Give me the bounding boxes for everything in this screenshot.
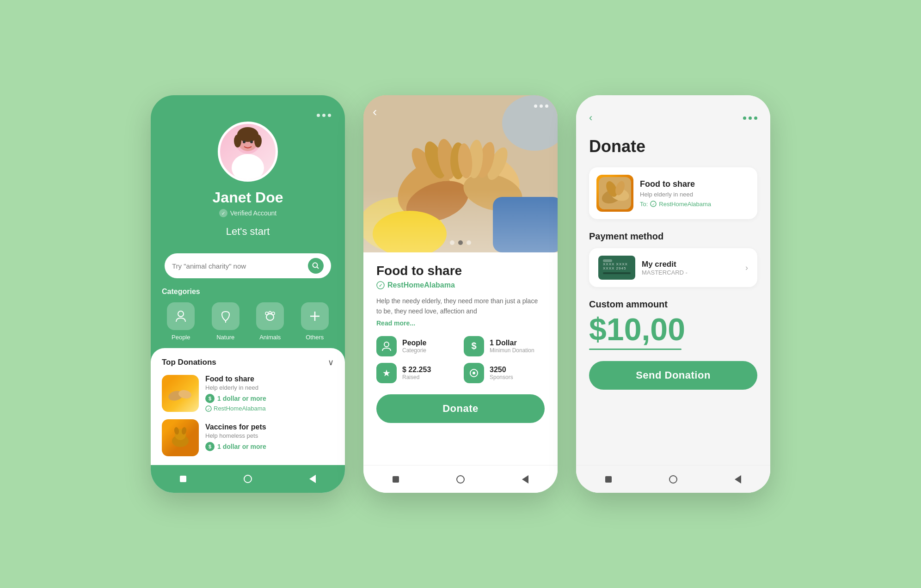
p2-image-section: ‹: [363, 95, 558, 252]
payment-type: MASTERCARD -: [642, 269, 739, 276]
p3-donation-info: Food to share Help elderly in need To: ✓…: [640, 179, 750, 208]
chevron-down-icon[interactable]: ∨: [328, 357, 334, 368]
p2-dots-menu[interactable]: [534, 104, 548, 108]
category-animals[interactable]: Animals: [251, 302, 289, 341]
stat-raised-value: $ 22.253: [402, 366, 431, 374]
p3-page-title: Donate: [589, 137, 757, 156]
amount-display[interactable]: $10,00: [589, 313, 757, 345]
p2-slide-dots: [450, 240, 471, 245]
category-nature-label: Nature: [216, 334, 234, 341]
p2-nav-circle-btn[interactable]: [455, 474, 466, 484]
to-icon-1: ✓: [205, 405, 212, 412]
svg-point-45: [384, 342, 389, 347]
p3-content: ‹ Donate: [576, 95, 770, 493]
nav-back-btn[interactable]: [307, 474, 318, 484]
slide-dot-2[interactable]: [458, 240, 463, 245]
stat-sponsors: 3250 Sponsors: [464, 363, 545, 383]
p3-dot-2: [749, 116, 752, 120]
p3-nav-home-icon: [605, 476, 612, 483]
top-donations-title: Top Donations: [162, 358, 216, 367]
svg-point-15: [269, 312, 271, 314]
svg-line-9: [317, 267, 319, 269]
nav-back-icon: [309, 475, 316, 483]
p3-donation-img: [596, 175, 633, 212]
animals-icon: [264, 310, 276, 323]
read-more-link[interactable]: Read more...: [376, 319, 545, 327]
p3-nav-circle-btn[interactable]: [668, 474, 678, 484]
p1-nav-bar: [151, 465, 345, 493]
dot-c: [545, 104, 548, 108]
categories-section: Categories People: [151, 288, 345, 348]
stat-category: People Categorie: [376, 336, 457, 356]
p3-nav-circle-icon: [669, 475, 677, 484]
p1-dots-row: [165, 114, 331, 117]
donation-img-1: [162, 375, 199, 412]
p3-donation-card: Food to share Help elderly in need To: ✓…: [589, 167, 757, 219]
p3-verified-icon: ✓: [650, 201, 657, 207]
stat-donation-label: Minimun Donation: [490, 347, 534, 354]
stat-people-icon: [376, 336, 397, 356]
stat-donation-value: 1 Dollar: [490, 339, 534, 347]
sponsors-icon: [469, 368, 479, 378]
p3-header-row: ‹: [589, 112, 757, 124]
phone-1: Janet Doe ✓ Verified Account Let's start…: [151, 95, 345, 493]
search-input[interactable]: [172, 262, 303, 270]
donation-info-1: Food to share Help elderly in need $ 1 d…: [205, 375, 334, 412]
stat-donation-text: 1 Dollar Minimun Donation: [490, 339, 534, 354]
p2-nav-back-btn[interactable]: [520, 474, 530, 484]
chevron-right-icon[interactable]: ›: [745, 263, 748, 273]
category-others-icon: [301, 302, 329, 330]
p3-donation-title: Food to share: [640, 179, 750, 189]
donate-button[interactable]: Donate: [376, 394, 545, 423]
p3-nav-home-btn[interactable]: [603, 474, 614, 484]
categories-title: Categories: [162, 288, 334, 296]
dot-b: [540, 104, 543, 108]
search-input-wrap[interactable]: [165, 253, 331, 278]
donation-amount-2: $ 1 dollar or more: [205, 442, 334, 451]
verified-label: Verified Account: [230, 209, 276, 217]
p3-donation-subtitle: Help elderly in need: [640, 191, 750, 198]
category-animals-icon: [256, 302, 284, 330]
categories-grid: People Nature: [162, 302, 334, 341]
stat-sponsors-label: Sponsors: [490, 374, 513, 380]
donation-dog-img: [162, 419, 199, 456]
donation-card-1[interactable]: Food to share Help elderly in need $ 1 d…: [162, 375, 334, 412]
dot-3: [328, 114, 331, 117]
verified-icon: ✓: [219, 209, 227, 217]
cc-stripe: [603, 272, 631, 274]
dot-2: [322, 114, 325, 117]
amount-text-2: 1 dollar or more: [217, 443, 266, 450]
category-nature[interactable]: Nature: [207, 302, 245, 341]
p3-nav-back-icon: [735, 475, 741, 484]
p3-nav-back-btn[interactable]: [733, 474, 743, 484]
nav-circle-btn[interactable]: [243, 474, 253, 484]
category-others[interactable]: Others: [296, 302, 334, 341]
donation-card-2[interactable]: Vaccines for pets Help homeless pets $ 1…: [162, 419, 334, 456]
slide-dot-1[interactable]: [450, 240, 454, 245]
svg-point-6: [243, 141, 246, 143]
payment-method-card[interactable]: XXXX XXXX XXXX 2945 My credit MASTERCARD…: [589, 248, 757, 287]
payment-info: My credit MASTERCARD -: [642, 260, 739, 276]
stat-category-text: People Categorie: [402, 339, 426, 354]
p2-back-btn[interactable]: ‹: [373, 104, 377, 119]
category-people[interactable]: People: [162, 302, 200, 341]
donation-subtitle-2: Help homeless pets: [205, 432, 334, 439]
p3-dots-menu[interactable]: [743, 116, 757, 120]
slide-dot-3[interactable]: [467, 240, 471, 245]
p3-back-btn[interactable]: ‹: [589, 112, 592, 124]
p3-dot-1: [743, 116, 746, 120]
top-donations-header: Top Donations ∨: [162, 357, 334, 368]
send-donation-button[interactable]: Send Donation: [589, 361, 757, 390]
dots-menu-1[interactable]: [317, 114, 331, 117]
category-others-label: Others: [306, 334, 324, 341]
dots-menu-2: [534, 104, 548, 108]
donation-title-2: Vaccines for pets: [205, 423, 334, 431]
nav-home-btn[interactable]: [178, 474, 188, 484]
p2-nav-home-btn[interactable]: [391, 474, 401, 484]
donation-subtitle-1: Help elderly in need: [205, 384, 334, 391]
svg-point-47: [473, 372, 475, 374]
search-icon-btn[interactable]: [308, 258, 324, 274]
lets-start-text: Let's start: [226, 226, 270, 238]
p3-nav-bar: [576, 465, 770, 493]
p2-image-overlay: [363, 95, 558, 252]
